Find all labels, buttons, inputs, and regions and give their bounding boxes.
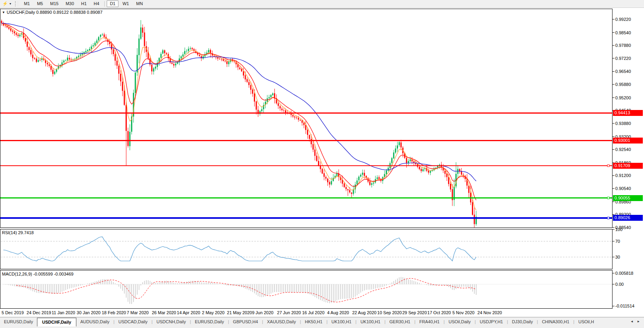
chart-tool-dropdown-button[interactable]: ⚡ ▼ xyxy=(1,1,13,6)
chart-tab-usdjpy-h1-14[interactable]: USDJPY,H1 xyxy=(476,317,507,326)
chart-tab-usdchf-daily-1[interactable]: USDCHF,Daily xyxy=(37,318,76,326)
chart-tab-bar: EURUSD,DailyUSDCHF,DailyAUDUSD,Daily|USD… xyxy=(0,317,644,328)
chart-tab-ger30-h1-11[interactable]: GER30,H1 xyxy=(385,317,414,326)
toolbar-grip-handle[interactable] xyxy=(15,1,18,6)
tab-nav: ◄ ► xyxy=(629,317,644,323)
chart-tab-hk50-h1-8[interactable]: HK50,H1 xyxy=(301,317,327,326)
chart-tab-fra40-h1-12[interactable]: FRA40,H1 xyxy=(415,317,443,326)
timeframe-button-m15[interactable]: M15 xyxy=(47,0,61,7)
chart-tabs: EURUSD,DailyUSDCHF,DailyAUDUSD,Daily|USD… xyxy=(0,317,598,326)
chevron-down-icon: ▼ xyxy=(9,2,12,5)
chart-tab-audusd-daily-2[interactable]: AUDUSD,Daily xyxy=(76,317,113,326)
timeframe-button-w1[interactable]: W1 xyxy=(119,0,132,7)
lightning-cursor-icon: ⚡ xyxy=(2,2,8,6)
top-toolbar: ⚡ ▼ M1M5M15M30H1H4D1W1MN xyxy=(0,0,644,8)
toolbar-separator xyxy=(104,1,105,7)
timeframe-button-group: M1M5M15M30H1H4D1W1MN xyxy=(20,0,146,7)
chart-tab-eurusd-daily-0[interactable]: EURUSD,Daily xyxy=(0,317,37,326)
chart-tab-eurusd-daily-5[interactable]: EURUSD,Daily xyxy=(191,317,228,326)
mt4-terminal-window: { "toolbar": { "tool_icon_glyph": "⚡", "… xyxy=(0,0,644,328)
chart-tab-dj30-daily-15[interactable]: DJ30,Daily xyxy=(508,317,537,326)
chart-tab-china300-h1-16[interactable]: CHINA300,H1 xyxy=(538,317,574,326)
chart-canvas[interactable] xyxy=(0,0,644,328)
chart-tab-usoil-daily-13[interactable]: USOil,Daily xyxy=(445,317,475,326)
tab-scroll-right-icon[interactable]: ► xyxy=(637,320,640,323)
timeframe-button-m30[interactable]: M30 xyxy=(63,0,77,7)
timeframe-button-h4[interactable]: H4 xyxy=(91,0,102,7)
timeframe-button-d1[interactable]: D1 xyxy=(107,0,118,7)
chart-tab-usdcad-daily-3[interactable]: USDCAD,Daily xyxy=(115,317,152,326)
tab-scroll-left-icon[interactable]: ◄ xyxy=(630,320,633,323)
chart-tab-gbpusd-h4-6[interactable]: GBPUSD,H4 xyxy=(229,317,262,326)
timeframe-button-mn[interactable]: MN xyxy=(133,0,146,7)
chart-tab-usdcnh-daily-4[interactable]: USDCNH,Daily xyxy=(153,317,190,326)
chart-tab-xauusd-daily-7[interactable]: XAUUSD,Daily xyxy=(263,317,300,326)
chart-tab-usoil-h-17[interactable]: USOil,H xyxy=(574,317,598,326)
timeframe-button-m1[interactable]: M1 xyxy=(21,0,33,7)
timeframe-button-h1[interactable]: H1 xyxy=(78,0,90,7)
timeframe-button-m5[interactable]: M5 xyxy=(34,0,46,7)
chart-tab-uk100-h1-10[interactable]: UK100,H1 xyxy=(357,317,385,326)
chart-tab-uk100-h1-9[interactable]: UK100,H1 xyxy=(328,317,355,326)
